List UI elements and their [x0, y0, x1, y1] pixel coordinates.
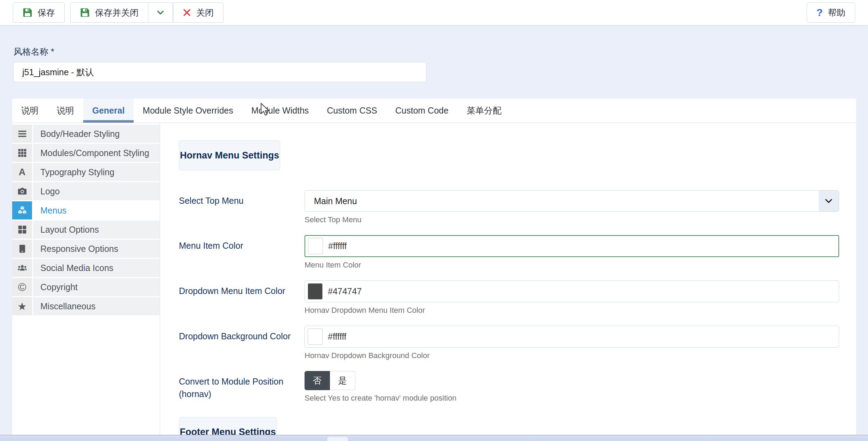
- bottom-strip: [0, 435, 868, 441]
- tab-description-1[interactable]: 说明: [12, 99, 48, 123]
- field-label: Select Top Menu: [179, 190, 305, 224]
- help-button-label: 帮助: [828, 7, 845, 18]
- question-mark-icon: ?: [816, 7, 823, 18]
- save-close-button[interactable]: 保存并关闭: [70, 2, 148, 23]
- save-button[interactable]: 保存: [13, 2, 65, 23]
- panel-body: Body/Header Styling Modules/Component St…: [12, 123, 856, 435]
- close-button[interactable]: 关闭: [173, 2, 223, 23]
- field-description: Hornav Dropdown Menu Item Color: [305, 306, 839, 315]
- tab-custom-css[interactable]: Custom CSS: [318, 99, 386, 123]
- top-menu-select[interactable]: Main Menu: [305, 190, 839, 212]
- bars-icon: [12, 125, 32, 143]
- field-label: Menu Item Color: [179, 235, 305, 270]
- top-menu-select-value: Main Menu: [305, 196, 819, 206]
- form-row-select-top-menu: Select Top Menu Main Menu Select Top Men…: [179, 190, 856, 224]
- select-caret-button[interactable]: [819, 191, 839, 211]
- sidebar-item-miscellaneous[interactable]: ★ Miscellaneous: [12, 297, 160, 315]
- general-settings-form: Hornav Menu Settings Select Top Menu Mai…: [160, 123, 856, 435]
- field-label: Dropdown Background Color: [179, 326, 305, 360]
- tab-module-style-overrides[interactable]: Module Style Overrides: [134, 99, 242, 123]
- sidebar-item-label: Menus: [33, 201, 160, 219]
- chevron-down-icon: [156, 8, 165, 17]
- color-swatch[interactable]: [308, 328, 323, 345]
- sidebar-item-label: Body/Header Styling: [33, 125, 160, 143]
- dropdown-background-color-field: [305, 326, 839, 348]
- sidebar-item-menus[interactable]: Menus: [12, 201, 160, 219]
- field-label: Dropdown Menu Item Color: [179, 280, 305, 315]
- toggle-yes-button[interactable]: 是: [330, 371, 355, 390]
- field-description: Select Top Menu: [305, 215, 839, 224]
- field-description: Select Yes to create 'hornav' module pos…: [305, 394, 839, 403]
- tab-custom-code[interactable]: Custom Code: [386, 99, 458, 123]
- sidebar-item-label: Responsive Options: [33, 240, 160, 258]
- sidebar-item-responsive-options[interactable]: Responsive Options: [12, 240, 160, 258]
- grid-icon: [12, 144, 32, 162]
- bottom-collapsed-tab[interactable]: [327, 436, 348, 441]
- save-close-button-group: 保存并关闭: [70, 2, 173, 23]
- chevron-down-icon: [824, 196, 834, 206]
- form-row-dropdown-menu-item-color: Dropdown Menu Item Color Hornav Dropdown…: [179, 280, 856, 315]
- settings-sidebar: Body/Header Styling Modules/Component St…: [12, 123, 160, 435]
- users-icon: [12, 259, 32, 277]
- save-close-button-label: 保存并关闭: [95, 7, 139, 18]
- save-options-dropdown-button[interactable]: [148, 2, 173, 23]
- sidebar-item-layout-options[interactable]: Layout Options: [12, 220, 160, 239]
- close-icon: [183, 8, 191, 17]
- star-icon: ★: [12, 297, 32, 315]
- form-row-convert-to-module-position: Convert to Module Position (hornav) 否 是 …: [179, 371, 856, 403]
- toolbar: 保存 保存并关闭 关闭 ? 帮助: [0, 0, 868, 25]
- settings-panel: 说明 说明 General Module Style Overrides Mod…: [12, 99, 856, 435]
- section-title: Footer Menu Settings: [180, 427, 276, 435]
- field-description: Hornav Dropdown Background Color: [305, 351, 839, 360]
- copyright-icon: ©: [12, 278, 32, 296]
- menu-item-color-field: [305, 235, 839, 257]
- tab-description-2[interactable]: 说明: [48, 99, 83, 123]
- help-button[interactable]: ? 帮助: [807, 2, 855, 23]
- sidebar-item-modules-component-styling[interactable]: Modules/Component Styling: [12, 144, 160, 162]
- form-row-dropdown-background-color: Dropdown Background Color Hornav Dropdow…: [179, 326, 856, 360]
- th-large-icon: [12, 220, 32, 239]
- tab-module-widths[interactable]: Module Widths: [242, 99, 318, 123]
- tab-menu-assignment[interactable]: 菜单分配: [458, 99, 511, 123]
- sidebar-item-social-media-icons[interactable]: Social Media Icons: [12, 259, 160, 277]
- save-button-label: 保存: [38, 7, 55, 18]
- hornav-menu-settings-heading: Hornav Menu Settings: [179, 140, 280, 170]
- color-swatch[interactable]: [308, 238, 323, 254]
- sidebar-item-label: Modules/Component Styling: [33, 144, 160, 162]
- style-name-input[interactable]: [13, 62, 426, 82]
- sidebar-item-label: Miscellaneous: [33, 297, 160, 315]
- camera-icon: [12, 182, 32, 200]
- footer-menu-settings-heading: Footer Menu Settings: [179, 417, 277, 435]
- cubes-icon: [12, 201, 32, 219]
- tablet-icon: [12, 240, 32, 258]
- sidebar-item-typography-styling[interactable]: A Typography Styling: [12, 163, 160, 181]
- color-swatch[interactable]: [308, 283, 323, 300]
- section-title: Hornav Menu Settings: [180, 150, 279, 161]
- convert-module-position-toggle: 否 是: [305, 371, 355, 390]
- sidebar-item-label: Typography Styling: [33, 163, 160, 181]
- sidebar-item-label: Layout Options: [33, 220, 160, 239]
- sidebar-item-label: Copyright: [33, 278, 160, 296]
- sidebar-item-body-header-styling[interactable]: Body/Header Styling: [12, 125, 160, 143]
- field-description: Menu Item Color: [305, 261, 839, 270]
- save-icon: [80, 8, 90, 17]
- dropdown-background-color-input[interactable]: [323, 332, 427, 342]
- menu-item-color-input[interactable]: [323, 241, 427, 251]
- sidebar-item-label: Logo: [33, 182, 160, 200]
- toggle-no-button[interactable]: 否: [305, 371, 330, 390]
- tab-general[interactable]: General: [83, 99, 134, 123]
- font-icon: A: [12, 163, 32, 181]
- save-icon: [23, 8, 32, 17]
- sidebar-item-logo[interactable]: Logo: [12, 182, 160, 200]
- sidebar-item-copyright[interactable]: © Copyright: [12, 278, 160, 296]
- dropdown-menu-item-color-field: [305, 280, 839, 302]
- sidebar-item-label: Social Media Icons: [33, 259, 160, 277]
- style-name-label: 风格名称 *: [14, 46, 54, 57]
- tab-bar: 说明 说明 General Module Style Overrides Mod…: [12, 99, 856, 123]
- dropdown-menu-item-color-input[interactable]: [323, 286, 427, 296]
- close-button-label: 关闭: [196, 7, 214, 18]
- field-label: Convert to Module Position (hornav): [179, 371, 305, 403]
- form-row-menu-item-color: Menu Item Color Menu Item Color: [179, 235, 856, 270]
